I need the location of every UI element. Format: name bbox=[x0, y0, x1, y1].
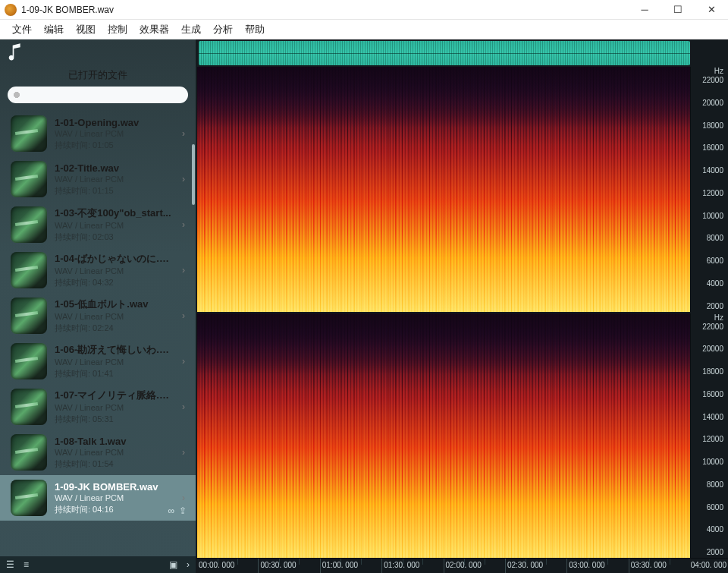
freq-tick-label: 22000 bbox=[702, 323, 723, 331]
menu-control[interactable]: 控制 bbox=[102, 20, 133, 39]
file-title: 1-07-マイノリティ脈絡.w... bbox=[55, 389, 173, 402]
file-item[interactable]: 1-06-勘冴えて悔しいわ.w...WAV / Linear PCM持续时间: … bbox=[0, 338, 196, 384]
file-duration: 持续时间: 04:16 bbox=[55, 504, 173, 515]
file-item[interactable]: 1-02-Title.wavWAV / Linear PCM持续时间: 01:1… bbox=[0, 156, 196, 202]
file-duration: 持续时间: 01:15 bbox=[55, 185, 173, 197]
file-row-actions: ∞⇪ bbox=[168, 505, 187, 516]
chevron-right-icon: › bbox=[182, 128, 185, 139]
freq-tick-label: 20000 bbox=[702, 99, 723, 107]
menu-file[interactable]: 文件 bbox=[6, 20, 38, 39]
time-tick: 02:00. 000 bbox=[444, 559, 505, 573]
window-title: 1-09-JK BOMBER.wav bbox=[21, 5, 628, 15]
time-tick-label: 01:30. 000 bbox=[384, 561, 419, 569]
file-item[interactable]: 1-04-ばかじゃないのに.w...WAV / Linear PCM持续时间: … bbox=[0, 247, 196, 293]
file-meta: 1-07-マイノリティ脈絡.w...WAV / Linear PCM持续时间: … bbox=[55, 389, 173, 425]
file-thumbnail bbox=[11, 298, 47, 334]
status-image-icon[interactable]: ▣ bbox=[169, 559, 177, 570]
time-tick: 03:30. 000 bbox=[629, 559, 690, 573]
time-ticks: 00:00. 00000:30. 00001:00. 00001:30. 000… bbox=[197, 559, 690, 573]
sidebar-logo-row bbox=[0, 39, 196, 65]
sidebar-header: 已打开的文件 bbox=[0, 65, 196, 87]
file-thumbnail bbox=[11, 252, 47, 288]
spectrogram-channel-right: Hz 2200020000180001600014000120001000080… bbox=[197, 313, 728, 559]
file-title: 1-05-低血ボルト.wav bbox=[55, 298, 173, 311]
time-tick: 00:00. 000 bbox=[197, 559, 258, 573]
time-tick-label: 02:00. 000 bbox=[446, 561, 482, 569]
sidebar: 已打开的文件 1-01-Opening.wavWAV / Linear PCM持… bbox=[0, 39, 196, 573]
share-icon[interactable]: ⇪ bbox=[179, 505, 187, 516]
maximize-button[interactable]: ☐ bbox=[661, 0, 695, 20]
menu-view[interactable]: 视图 bbox=[70, 20, 102, 39]
spectrogram-canvas-left[interactable] bbox=[197, 67, 690, 312]
spectrogram-canvas-right[interactable] bbox=[197, 313, 690, 559]
file-item[interactable]: 1-07-マイノリティ脈絡.w...WAV / Linear PCM持续时间: … bbox=[0, 384, 196, 430]
title-bar: 1-09-JK BOMBER.wav ─ ☐ ✕ bbox=[0, 0, 728, 20]
status-chevron-icon[interactable]: › bbox=[187, 559, 190, 570]
file-title: 1-03-不变100y"ob_start... bbox=[55, 206, 173, 220]
file-codec: WAV / Linear PCM bbox=[55, 311, 173, 323]
file-item[interactable]: 1-05-低血ボルト.wavWAV / Linear PCM持续时间: 02:2… bbox=[0, 293, 196, 338]
file-meta: 1-06-勘冴えて悔しいわ.w...WAV / Linear PCM持续时间: … bbox=[55, 343, 173, 379]
main-pane: Hz 2200020000180001600014000120001000080… bbox=[196, 39, 728, 573]
file-codec: WAV / Linear PCM bbox=[55, 493, 173, 504]
time-tick-label: 00:00. 000 bbox=[199, 561, 234, 569]
file-meta: 1-02-Title.wavWAV / Linear PCM持续时间: 01:1… bbox=[55, 162, 173, 197]
file-title: 1-02-Title.wav bbox=[55, 162, 173, 174]
freq-axis-right: Hz 2200020000180001600014000120001000080… bbox=[690, 313, 728, 559]
file-codec: WAV / Linear PCM bbox=[55, 128, 173, 140]
minimize-button[interactable]: ─ bbox=[628, 0, 661, 20]
close-icon: ✕ bbox=[708, 5, 716, 14]
file-item[interactable]: 1-03-不变100y"ob_start...WAV / Linear PCM持… bbox=[0, 202, 196, 247]
freq-tick-label: 22000 bbox=[702, 76, 723, 84]
time-tick-label: 00:30. 000 bbox=[260, 561, 296, 569]
time-ruler[interactable]: 00:00. 00000:30. 00001:00. 00001:30. 000… bbox=[196, 558, 728, 573]
freq-unit: Hz bbox=[714, 313, 723, 322]
file-item[interactable]: 1-08-Talk 1.wavWAV / Linear PCM持续时间: 01:… bbox=[0, 430, 196, 475]
freq-tick-label: 10000 bbox=[702, 458, 723, 466]
freq-tick-label: 16000 bbox=[702, 390, 723, 398]
time-tick: 02:30. 000 bbox=[505, 559, 566, 573]
file-codec: WAV / Linear PCM bbox=[55, 220, 173, 231]
music-note-icon bbox=[8, 43, 23, 61]
menu-effects[interactable]: 效果器 bbox=[133, 20, 175, 39]
link-icon[interactable]: ∞ bbox=[168, 505, 174, 516]
status-columns-icon[interactable]: ≡ bbox=[24, 559, 29, 570]
spectrogram-container: Hz 2200020000180001600014000120001000080… bbox=[196, 67, 728, 558]
freq-tick-label: 14000 bbox=[702, 166, 723, 175]
freq-tick-label: 20000 bbox=[702, 345, 723, 353]
file-codec: WAV / Linear PCM bbox=[55, 402, 173, 414]
freq-ticks: 2200020000180001600014000120001000080006… bbox=[702, 323, 723, 557]
time-tick: 01:00. 000 bbox=[320, 559, 381, 573]
time-tick: 00:30. 000 bbox=[258, 559, 319, 573]
status-list-icon[interactable]: ☰ bbox=[6, 559, 14, 570]
waveform-overview[interactable] bbox=[196, 39, 728, 67]
minimize-icon: ─ bbox=[641, 5, 648, 14]
spectrogram-channel-left: Hz 2200020000180001600014000120001000080… bbox=[197, 67, 728, 312]
file-duration: 持续时间: 04:32 bbox=[55, 277, 173, 288]
close-button[interactable]: ✕ bbox=[695, 0, 728, 20]
menu-help[interactable]: 帮助 bbox=[239, 20, 271, 39]
workspace: 已打开的文件 1-01-Opening.wavWAV / Linear PCM持… bbox=[0, 39, 728, 573]
file-thumbnail bbox=[11, 206, 47, 243]
freq-tick-label: 2000 bbox=[702, 302, 723, 310]
file-meta: 1-05-低血ボルト.wavWAV / Linear PCM持续时间: 02:2… bbox=[55, 298, 173, 334]
menu-generate[interactable]: 生成 bbox=[175, 20, 207, 39]
file-meta: 1-09-JK BOMBER.wavWAV / Linear PCM持续时间: … bbox=[55, 481, 173, 515]
freq-ticks: 2200020000180001600014000120001000080006… bbox=[702, 76, 723, 310]
search-wrap bbox=[0, 87, 196, 109]
file-meta: 1-03-不变100y"ob_start...WAV / Linear PCM持… bbox=[55, 206, 173, 243]
chevron-right-icon: › bbox=[182, 493, 185, 503]
file-item[interactable]: 1-01-Opening.wavWAV / Linear PCM持续时间: 01… bbox=[0, 111, 196, 156]
file-duration: 持续时间: 01:54 bbox=[55, 458, 173, 470]
file-thumbnail bbox=[11, 389, 47, 425]
time-tick-label: 01:00. 000 bbox=[322, 561, 358, 569]
file-list: 1-01-Opening.wavWAV / Linear PCM持续时间: 01… bbox=[0, 109, 196, 556]
file-item[interactable]: 1-09-JK BOMBER.wavWAV / Linear PCM持续时间: … bbox=[0, 475, 196, 521]
search-input[interactable] bbox=[8, 87, 188, 103]
freq-tick-label: 10000 bbox=[702, 212, 723, 220]
menu-edit[interactable]: 编辑 bbox=[38, 20, 70, 39]
sidebar-statusbar: ☰ ≡ ▣ › bbox=[0, 556, 196, 573]
app-icon bbox=[5, 4, 17, 16]
file-duration: 持续时间: 01:05 bbox=[55, 140, 173, 151]
menu-analyze[interactable]: 分析 bbox=[207, 20, 239, 39]
